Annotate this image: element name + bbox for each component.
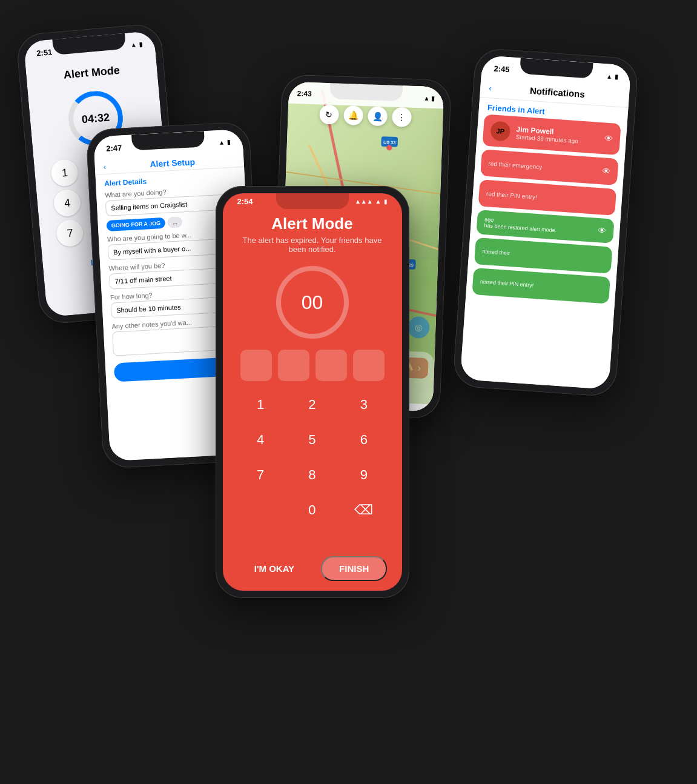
battery-icon-1: ▮ xyxy=(139,41,143,47)
p4-key-4[interactable]: 4 xyxy=(240,424,280,456)
pin-box-4 xyxy=(353,350,385,381)
p4-key-5[interactable]: 5 xyxy=(292,424,332,456)
p4-row-4: 0 ⌫ xyxy=(235,494,390,527)
p4-circle-wrap: 00 xyxy=(223,260,402,345)
key-1-1[interactable]: 1 xyxy=(50,158,79,187)
pin-box-3 xyxy=(315,350,347,381)
phone-alert-mode-front: 2:54 ▲▲▲ ▲ ▮ Alert Mode The alert has ex… xyxy=(216,186,409,598)
notif-text-missed: nissed their PIN entry! xyxy=(480,279,602,293)
p4-key-6[interactable]: 6 xyxy=(344,424,384,456)
battery-icon-4: ▮ xyxy=(384,198,388,205)
pin-box-1 xyxy=(240,350,272,381)
p4-key-7[interactable]: 7 xyxy=(240,459,280,491)
status-icons-2: ▲ ▮ xyxy=(218,138,230,145)
p4-title: Alert Mode xyxy=(223,206,402,236)
p4-key-1[interactable]: 1 xyxy=(240,388,280,421)
refresh-button[interactable]: ↻ xyxy=(319,104,339,124)
time-3: 2:43 xyxy=(297,89,312,98)
p2-chip-jog[interactable]: GOING FOR A JOG xyxy=(106,218,165,231)
notif-desc-emergency: red their emergency xyxy=(488,160,596,174)
more-button[interactable]: ⋮ xyxy=(391,107,411,127)
p4-keypad: 1 2 3 4 5 6 7 8 9 xyxy=(223,386,402,551)
notif-desc-entered: ntered their xyxy=(482,248,604,263)
battery-icon-5: ▮ xyxy=(614,73,618,80)
screen-4: 2:54 ▲▲▲ ▲ ▮ Alert Mode The alert has ex… xyxy=(223,193,402,591)
phones-container: 2:51 ▲ ▮ Alert Mode 04:32 1 2 xyxy=(16,16,682,768)
wifi-icon-5: ▲ xyxy=(606,73,612,80)
battery-icon-2: ▮ xyxy=(226,138,231,145)
wifi-icon-3: ▲ xyxy=(423,95,429,101)
notif-text-pin: red their PIN entry! xyxy=(486,190,608,205)
time-4: 2:54 xyxy=(237,197,253,206)
notif-text-restored: ago has been restored alert mode. xyxy=(484,216,592,236)
p4-key-backspace[interactable]: ⌫ xyxy=(344,494,384,527)
wifi-icon-1: ▲ xyxy=(130,41,137,48)
p2-chip-more[interactable]: ... xyxy=(167,216,182,228)
p4-key-8[interactable]: 8 xyxy=(292,459,332,491)
phone-notifications: 2:45 ▲ ▮ ‹ Notifications Friends in Aler… xyxy=(452,47,638,397)
alert-button[interactable]: 🔔 xyxy=(343,105,363,125)
p4-row-2: 4 5 6 xyxy=(235,424,390,456)
signal-icon-4: ▲▲▲ xyxy=(355,198,373,205)
notification-entered[interactable]: ntered their xyxy=(474,238,612,274)
notif-text-emergency: red their emergency xyxy=(488,160,596,174)
status-icons-1: ▲ ▮ xyxy=(130,41,143,48)
p4-pin-row xyxy=(223,345,402,386)
p5-back-button[interactable]: ‹ xyxy=(488,82,492,92)
user-button[interactable]: 👤 xyxy=(367,106,387,126)
wifi-icon-2: ▲ xyxy=(218,139,224,146)
notification-emergency[interactable]: red their emergency 👁 xyxy=(480,149,619,185)
p4-key-9[interactable]: 9 xyxy=(344,459,384,491)
p4-row-1: 1 2 3 xyxy=(235,388,390,421)
notif-text-1: Jim Powell Started 39 minutes ago xyxy=(515,125,598,145)
screen-5: 2:45 ▲ ▮ ‹ Notifications Friends in Aler… xyxy=(460,55,631,390)
p4-key-3[interactable]: 3 xyxy=(344,388,384,421)
eye-icon-2[interactable]: 👁 xyxy=(601,166,610,176)
pin-box-2 xyxy=(278,350,309,381)
p4-subtitle: The alert has expired. Your friends have… xyxy=(223,236,402,260)
p4-okay-button[interactable]: I'M OKAY xyxy=(237,556,311,581)
status-icons-3: ▲ ▮ xyxy=(423,95,435,102)
p4-timer-circle: 00 xyxy=(276,266,349,339)
p5-header-title: Notifications xyxy=(494,83,621,102)
key-1-7[interactable]: 7 xyxy=(55,219,84,248)
eye-icon-3[interactable]: 👁 xyxy=(597,225,606,236)
p2-back-button[interactable]: ‹ xyxy=(103,162,106,171)
p4-row-3: 7 8 9 xyxy=(235,459,390,491)
notch-4 xyxy=(276,193,349,209)
time-5: 2:45 xyxy=(494,64,510,74)
p4-key-2[interactable]: 2 xyxy=(292,388,332,421)
notif-desc-pin: red their PIN entry! xyxy=(486,190,608,205)
avatar-jim-powell: JP xyxy=(490,121,510,141)
notification-pin[interactable]: red their PIN entry! xyxy=(478,179,616,216)
status-icons-5: ▲ ▮ xyxy=(606,73,618,80)
p4-actions: I'M OKAY FINISH xyxy=(223,551,402,591)
status-icons-4: ▲▲▲ ▲ ▮ xyxy=(355,198,388,205)
wifi-icon-4: ▲ xyxy=(375,198,382,205)
svg-text:US 33: US 33 xyxy=(383,139,395,145)
time-2: 2:47 xyxy=(105,143,122,153)
battery-icon-3: ▮ xyxy=(431,95,435,101)
eye-icon-1[interactable]: 👁 xyxy=(604,133,613,144)
p4-key-0[interactable]: 0 xyxy=(292,494,332,527)
notif-text-entered: ntered their xyxy=(482,248,604,263)
time-1: 2:51 xyxy=(36,47,52,58)
key-1-4[interactable]: 4 xyxy=(53,188,82,218)
notification-missed[interactable]: nissed their PIN entry! xyxy=(472,268,610,304)
p4-finish-button[interactable]: FINISH xyxy=(321,556,387,581)
notif-desc-missed: nissed their PIN entry! xyxy=(480,279,602,293)
p4-key-empty xyxy=(240,494,280,527)
